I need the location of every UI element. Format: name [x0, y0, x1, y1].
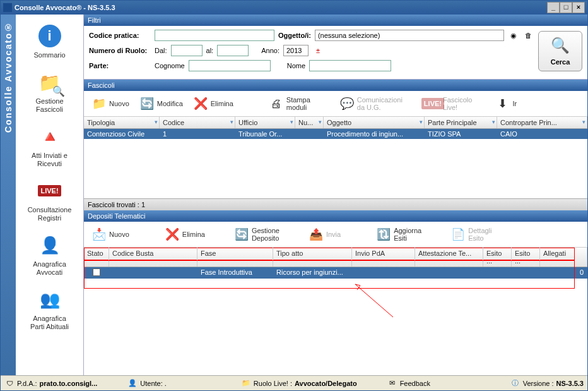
send-icon: 📤	[309, 227, 324, 242]
sidebar-item-anagrafica-parti[interactable]: 👥 Anagrafica Parti Abituali	[16, 283, 83, 337]
dal-input[interactable]	[171, 45, 203, 56]
oggetto-value: (nessuna selezione)	[315, 30, 504, 41]
app-icon	[3, 3, 12, 12]
col-stato[interactable]: Stato	[84, 248, 109, 267]
col-codice-busta[interactable]: Codice Busta	[109, 248, 197, 267]
bubble-icon: 💬	[339, 96, 355, 111]
minimize-button[interactable]: _	[547, 2, 560, 13]
al-label: al:	[206, 47, 214, 54]
stato-checkbox[interactable]	[93, 268, 100, 276]
details-icon: 📄	[450, 227, 466, 242]
col-numero[interactable]: Nu...▾	[295, 117, 324, 128]
cognome-label: Cognome	[155, 62, 185, 69]
maximize-button[interactable]: □	[560, 2, 572, 13]
depositi-dettagli-button: 📄Dettagli Esito	[445, 224, 497, 244]
codice-pratica-input[interactable]	[155, 30, 274, 41]
depositi-body: Stato Codice Busta Fase Tipo atto Invio …	[84, 248, 587, 376]
folder-search-icon	[37, 69, 62, 95]
refresh-icon: 🔄	[139, 96, 155, 111]
col-attestazione[interactable]: Attestazione Te...	[415, 248, 483, 267]
fascicoli-header: Fascicoli	[84, 80, 587, 91]
sb-utente: 👤 Utente: .	[127, 378, 167, 388]
depositi-nuovo-button[interactable]: 📩Nuovo	[86, 224, 134, 244]
app-window: Consolle Avvocato® - NS-3.5.3 _ □ × Cons…	[0, 0, 588, 391]
col-esito1[interactable]: Esito ...	[483, 248, 512, 267]
fascicoli-toolbar: 📁Nuovo 🔄Modifica ❌Elimina 🖨Stampa moduli…	[84, 91, 587, 117]
filter-icon[interactable]: ▾	[492, 119, 495, 125]
fascicoli-grid: Tipologia▾ Codice▾ Ufficio▾ Nu...▾ Ogget…	[84, 117, 587, 198]
refresh-arrows-icon: 🔃	[376, 227, 391, 242]
col-tipo-atto[interactable]: Tipo atto	[273, 248, 352, 267]
close-button[interactable]: ×	[572, 2, 585, 13]
sidebar-item-atti-inviati[interactable]: 🔺 Atti Inviati e Ricevuti	[16, 120, 83, 174]
fascicoli-modifica-button[interactable]: 🔄Modifica	[134, 93, 188, 114]
oggetto-label: Oggetto/i:	[278, 32, 311, 39]
sidebar-item-gestione-fascicoli[interactable]: Gestione Fascicoli	[16, 66, 83, 120]
fascicoli-stampa-button[interactable]: 🖨Stampa moduli	[264, 93, 315, 114]
fascicoli-found-label: Fascicoli trovati : 1	[84, 198, 587, 210]
fascicoli-comunicazioni-button: 💬Comunicazioni da U.G.	[334, 93, 408, 114]
depositi-grid: Stato Codice Busta Fase Tipo atto Invio …	[84, 248, 587, 349]
depositi-toolbar: 📩Nuovo ❌Elimina 🔄Gestione Deposito 📤Invi…	[84, 222, 587, 248]
fascicoli-nuovo-button[interactable]: 📁Nuovo	[86, 93, 134, 114]
filter-icon[interactable]: ▾	[155, 119, 158, 125]
codice-pratica-label: Codice pratica:	[89, 32, 151, 39]
live-badge-icon: LIVE!	[425, 96, 440, 111]
fascicoli-row[interactable]: Contenzioso Civile 1 Tribunale Or... Pro…	[84, 129, 587, 139]
depositi-header: Depositi Telematici	[84, 210, 587, 222]
sb-pda: 🛡 P.d.A.: prato.to.consigl...	[4, 378, 97, 388]
cognome-input[interactable]	[189, 60, 271, 71]
depositi-row[interactable]: Fase Introduttiva Ricorso per ingiunzi..…	[84, 267, 587, 279]
col-tipologia[interactable]: Tipologia▾	[84, 117, 160, 128]
sb-feedback[interactable]: ✉ Feedback	[387, 378, 430, 388]
envelope-plus-icon: 📩	[91, 227, 107, 242]
mail-icon: ✉	[387, 378, 397, 388]
filters-panel: Codice pratica: Oggetto/i: (nessuna sele…	[84, 26, 587, 80]
filter-icon[interactable]: ▾	[319, 119, 322, 125]
statusbar: 🛡 P.d.A.: prato.to.consigl... 👤 Utente: …	[1, 375, 587, 390]
oggetto-clear-button[interactable]: 🗑	[523, 30, 534, 41]
depositi-gestione-button[interactable]: 🔄Gestione Deposito	[229, 224, 285, 244]
dal-label: Dal:	[155, 47, 167, 54]
search-icon: 🔍	[539, 37, 582, 54]
nome-label: Nome	[287, 62, 305, 69]
fascicoli-grid-body: Contenzioso Civile 1 Tribunale Or... Pro…	[84, 129, 587, 198]
vertical-title-bar: Consolle Avvocato®	[1, 15, 16, 376]
col-esito2[interactable]: Esito ...	[512, 248, 540, 267]
fascicoli-live-button: LIVE!Fascicolo Live!	[420, 93, 477, 114]
info-small-icon: ⓘ	[510, 378, 520, 388]
col-controparte[interactable]: Controparte Prin...▾	[497, 117, 587, 128]
titlebar: Consolle Avvocato® - NS-3.5.3 _ □ ×	[1, 1, 587, 15]
sidebar-item-consultazione-registri[interactable]: LIVE! Consultazione Registri	[16, 174, 83, 229]
col-codice[interactable]: Codice▾	[160, 117, 235, 128]
filter-icon[interactable]: ▾	[290, 119, 293, 125]
fascicoli-elimina-button[interactable]: ❌Elimina	[188, 93, 238, 114]
col-fase[interactable]: Fase	[197, 248, 273, 267]
oggetto-select-button[interactable]: ◉	[508, 30, 519, 41]
sidebar-item-sommario[interactable]: i Sommario	[16, 20, 83, 66]
al-input[interactable]	[217, 45, 249, 56]
depositi-grid-header: Stato Codice Busta Fase Tipo atto Invio …	[84, 248, 587, 267]
sidebar-item-anagrafica-avvocati[interactable]: 👤 Anagrafica Avvocati	[16, 229, 83, 283]
delete-icon: ❌	[165, 227, 180, 242]
shield-icon: 🛡	[4, 378, 15, 388]
sidebar: i Sommario Gestione Fascicoli 🔺 Atti Inv…	[16, 15, 84, 376]
filter-icon[interactable]: ▾	[420, 119, 423, 125]
user-icon: 👤	[127, 378, 138, 388]
col-oggetto[interactable]: Oggetto▾	[324, 117, 425, 128]
depositi-aggiorna-button[interactable]: 🔃Aggiorna Esiti	[371, 224, 426, 244]
window-title: Consolle Avvocato® - NS-3.5.3	[15, 4, 547, 11]
nome-input[interactable]	[309, 60, 391, 71]
col-parte[interactable]: Parte Principale▾	[425, 117, 497, 128]
numero-ruolo-label: Numero di Ruolo:	[89, 47, 151, 54]
anno-stepper[interactable]: ±	[312, 45, 324, 56]
filter-icon[interactable]: ▾	[582, 119, 585, 125]
depositi-elimina-button[interactable]: ❌Elimina	[160, 224, 210, 244]
col-allegati[interactable]: Allegati	[540, 248, 587, 267]
col-invio-pda[interactable]: Invio PdA	[352, 248, 415, 267]
col-ufficio[interactable]: Ufficio▾	[235, 117, 295, 128]
fascicoli-import-button[interactable]: ⬇Ir	[490, 93, 522, 114]
shapes-icon: 🔺	[37, 124, 62, 149]
search-button[interactable]: 🔍 Cerca	[538, 31, 582, 71]
filter-icon[interactable]: ▾	[230, 119, 233, 125]
